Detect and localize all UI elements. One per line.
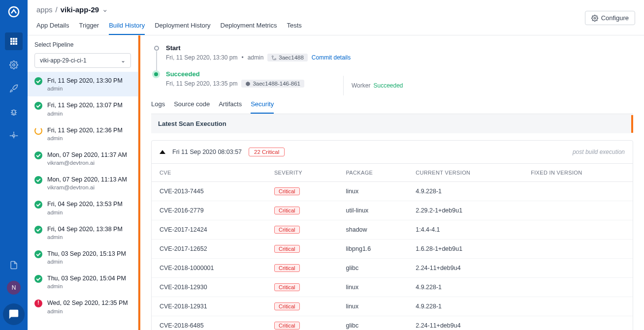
tab-tests[interactable]: Tests xyxy=(287,18,301,35)
build-item[interactable]: Fri, 11 Sep 2020, 13:30 PMadmin xyxy=(28,72,138,96)
svg-point-0 xyxy=(9,7,19,17)
select-pipeline-label: Select Pipeline xyxy=(28,35,138,53)
col-current-version: CURRENT VERSION xyxy=(408,164,523,182)
rail-gear-1[interactable] xyxy=(5,56,23,74)
fixed-version-cell xyxy=(523,220,633,240)
table-row[interactable]: CVE-2018-1000001Criticalglibc2.24-11+deb… xyxy=(152,259,633,278)
table-row[interactable]: CVE-2013-7445Criticallinux4.9.228-1 xyxy=(152,182,633,201)
tab-app-details[interactable]: App Details xyxy=(36,18,69,35)
build-author: admin xyxy=(47,308,128,314)
current-version-cell: 1:4.4-4.1 xyxy=(408,220,523,240)
build-item[interactable]: Mon, 07 Sep 2020, 11:37 AMvikram@devtron… xyxy=(28,146,138,171)
tab-trigger[interactable]: Trigger xyxy=(79,18,99,35)
table-row[interactable]: CVE-2017-12652Criticallibpng1.61.6.28-1+… xyxy=(152,240,633,259)
package-cell: linux xyxy=(338,278,408,297)
start-dot-icon xyxy=(154,46,159,51)
package-cell: shadow xyxy=(338,220,408,240)
build-timestamp: Mon, 07 Sep 2020, 11:37 AM xyxy=(47,151,127,159)
col-severity: SEVERITY xyxy=(266,164,338,182)
tab-deployment-history[interactable]: Deployment History xyxy=(155,18,210,35)
rail-bug[interactable] xyxy=(5,103,23,121)
svg-point-15 xyxy=(275,58,276,60)
build-timestamp: Thu, 03 Sep 2020, 15:13 PM xyxy=(47,250,126,258)
cve-cell: CVE-2018-12931 xyxy=(152,297,266,316)
build-item[interactable]: Fri, 04 Sep 2020, 13:38 PMadmin xyxy=(28,220,138,245)
commit-details-link[interactable]: Commit details xyxy=(312,54,351,61)
configure-button[interactable]: Configure xyxy=(585,11,635,25)
fixed-version-cell xyxy=(523,201,633,220)
check-icon xyxy=(34,176,42,184)
table-row[interactable]: CVE-2018-6485Criticalglibc2.24-11+deb9u4 xyxy=(152,316,633,330)
build-item[interactable]: Fri, 11 Sep 2020, 12:36 PMadmin xyxy=(28,121,138,146)
cve-cell: CVE-2016-2779 xyxy=(152,201,266,220)
succeeded-dot-icon xyxy=(152,70,160,78)
svg-point-14 xyxy=(272,56,274,57)
table-row[interactable]: CVE-2016-2779Criticalutil-linux2.29.2-1+… xyxy=(152,201,633,220)
tab-deployment-metrics[interactable]: Deployment Metrics xyxy=(221,18,277,35)
build-item[interactable]: Fri, 04 Sep 2020, 13:53 PMadmin xyxy=(28,195,138,220)
collapse-toggle-icon[interactable] xyxy=(160,150,165,154)
tab-build-history[interactable]: Build History xyxy=(109,18,145,35)
subtab-artifacts[interactable]: Artifacts xyxy=(219,96,242,114)
table-row[interactable]: CVE-2018-12931Criticallinux4.9.228-1 xyxy=(152,297,633,316)
build-item[interactable]: Thu, 03 Sep 2020, 15:04 PMadmin xyxy=(28,270,138,294)
build-timestamp: Fri, 11 Sep 2020, 12:36 PM xyxy=(47,126,123,134)
build-item[interactable]: Wed, 02 Sep 2020, 12:35 PMadmin xyxy=(28,294,138,319)
cve-cell: CVE-2013-7445 xyxy=(152,182,266,201)
nav-rail: N xyxy=(0,0,28,330)
build-item[interactable]: Thu, 03 Sep 2020, 15:13 PMadmin xyxy=(28,245,138,270)
subtab-security[interactable]: Security xyxy=(251,96,274,114)
current-version-cell: 2.24-11+deb9u4 xyxy=(408,316,523,330)
subtab-logs[interactable]: Logs xyxy=(151,96,165,114)
build-timestamp: Mon, 07 Sep 2020, 11:13 AM xyxy=(47,176,127,183)
start-title: Start xyxy=(166,44,633,52)
commit-chip[interactable]: 3aec1488 xyxy=(267,54,308,61)
col-cve: CVE xyxy=(152,164,266,182)
build-list: Fri, 11 Sep 2020, 13:30 PMadminFri, 11 S… xyxy=(28,72,138,330)
current-version-cell: 1.6.28-1+deb9u1 xyxy=(408,240,523,259)
pipeline-select[interactable]: viki-app-29-ci-ci-1 ⌄ xyxy=(34,53,131,68)
current-version-cell: 4.9.228-1 xyxy=(408,278,523,297)
rail-apps[interactable] xyxy=(5,32,23,50)
build-timestamp: Fri, 04 Sep 2020, 13:38 PM xyxy=(47,225,123,233)
rail-rocket[interactable] xyxy=(5,80,23,97)
detail-subtabs: LogsSource codeArtifactsSecurity xyxy=(151,96,633,114)
worker-status: WorkerSucceeded xyxy=(343,76,403,95)
breadcrumb-parent[interactable]: apps xyxy=(36,5,53,14)
scan-stage: post build execution xyxy=(573,149,625,155)
cve-cell: CVE-2018-6485 xyxy=(152,316,266,330)
scan-card: Fri 11 Sep 2020 08:03:57 22 Critical pos… xyxy=(151,140,633,330)
rail-doc-icon[interactable] xyxy=(5,256,23,274)
subtab-source-code[interactable]: Source code xyxy=(174,96,210,114)
table-row[interactable]: CVE-2017-12424Criticalshadow1:4.4-4.1 xyxy=(152,220,633,240)
fixed-version-cell xyxy=(523,259,633,278)
package-cell: util-linux xyxy=(338,201,408,220)
package-cell: libpng1.6 xyxy=(338,240,408,259)
scan-heading: Latest Scan Execution xyxy=(151,114,633,133)
severity-cell: Critical xyxy=(266,220,338,240)
rail-gear-2[interactable] xyxy=(5,127,23,145)
check-icon xyxy=(34,250,42,258)
scan-date: Fri 11 Sep 2020 08:03:57 xyxy=(172,149,242,155)
severity-cell: Critical xyxy=(266,297,338,316)
current-version-cell: 2.24-11+deb9u4 xyxy=(408,259,523,278)
build-item[interactable]: Mon, 07 Sep 2020, 11:13 AMvikram@devtron… xyxy=(28,171,138,195)
build-author: admin xyxy=(47,135,123,141)
svg-rect-4 xyxy=(10,40,12,42)
package-cell: glibc xyxy=(338,316,408,330)
breadcrumb-current: viki-app-29 xyxy=(61,5,99,14)
build-author: vikram@devtron.ai xyxy=(47,184,127,190)
build-author: admin xyxy=(47,111,123,117)
fixed-version-cell xyxy=(523,182,633,201)
check-icon xyxy=(34,102,42,110)
current-version-cell: 4.9.228-1 xyxy=(408,182,523,201)
build-author: vikram@devtron.ai xyxy=(47,160,127,166)
table-row[interactable]: CVE-2018-12930Criticallinux4.9.228-1 xyxy=(152,278,633,297)
fixed-version-cell xyxy=(523,278,633,297)
chat-icon[interactable] xyxy=(3,303,25,325)
avatar[interactable]: N xyxy=(7,281,21,295)
chevron-down-icon[interactable]: ⌄ xyxy=(102,5,108,14)
build-item[interactable]: Fri, 11 Sep 2020, 13:07 PMadmin xyxy=(28,96,138,121)
artifact-chip[interactable]: 3aec1488-146-861 xyxy=(241,80,304,88)
col-fixed-in-version: FIXED IN VERSION xyxy=(523,164,633,182)
